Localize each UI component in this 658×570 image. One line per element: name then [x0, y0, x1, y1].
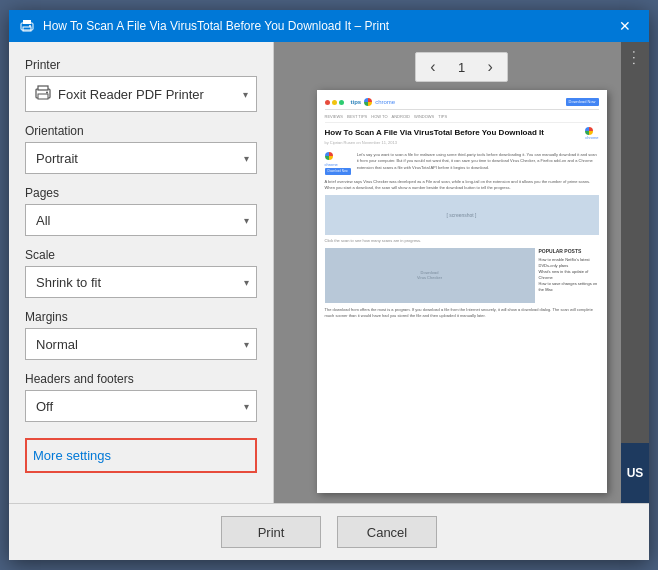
us-text: US	[627, 466, 644, 480]
orientation-dropdown[interactable]: Portrait Landscape ▾	[25, 142, 257, 174]
print-dialog: How To Scan A File Via VirusTotal Before…	[9, 10, 649, 560]
printer-icon	[34, 85, 52, 104]
preview-area: tips chrome Download Now REVIEWSBEST TIP…	[317, 90, 607, 493]
scale-select[interactable]: Default Shrink to fit Custom	[25, 266, 257, 298]
more-settings-link[interactable]: More settings	[25, 438, 257, 473]
margins-label: Margins	[25, 310, 257, 324]
scale-label: Scale	[25, 248, 257, 262]
svg-rect-1	[23, 20, 31, 24]
dialog-body: Printer Foxit Reader PDF Printer ▾	[9, 42, 649, 503]
svg-point-3	[29, 25, 31, 27]
scale-dropdown[interactable]: Default Shrink to fit Custom ▾	[25, 266, 257, 298]
pages-dropdown[interactable]: All Odd pages only Even pages only ▾	[25, 204, 257, 236]
headers-footers-dropdown[interactable]: Off On ▾	[25, 390, 257, 422]
margins-section: Margins Default Normal Minimum None ▾	[25, 310, 257, 360]
bottom-strip-element: US	[621, 443, 649, 503]
prev-page-button[interactable]: ‹	[424, 56, 441, 78]
svg-rect-5	[38, 86, 48, 90]
right-panel: ‹ 1 › tips ch	[274, 42, 649, 503]
headers-footers-select[interactable]: Off On	[25, 390, 257, 422]
page-number: 1	[452, 60, 472, 75]
printer-name: Foxit Reader PDF Printer	[58, 87, 237, 102]
margins-dropdown[interactable]: Default Normal Minimum None ▾	[25, 328, 257, 360]
svg-point-7	[46, 91, 48, 93]
printer-dropdown[interactable]: Foxit Reader PDF Printer ▾	[25, 76, 257, 112]
title-bar: How To Scan A File Via VirusTotal Before…	[9, 10, 649, 42]
pages-section: Pages All Odd pages only Even pages only…	[25, 186, 257, 236]
printer-section: Printer Foxit Reader PDF Printer ▾	[25, 58, 257, 112]
headers-footers-label: Headers and footers	[25, 372, 257, 386]
print-icon	[19, 18, 35, 34]
close-button[interactable]: ✕	[611, 12, 639, 40]
title-text: How To Scan A File Via VirusTotal Before…	[43, 19, 389, 33]
preview-content: tips chrome Download Now REVIEWSBEST TIP…	[317, 90, 607, 493]
pages-label: Pages	[25, 186, 257, 200]
scale-section: Scale Default Shrink to fit Custom ▾	[25, 248, 257, 298]
orientation-select[interactable]: Portrait Landscape	[25, 142, 257, 174]
printer-chevron-icon: ▾	[243, 89, 248, 100]
left-panel: Printer Foxit Reader PDF Printer ▾	[9, 42, 274, 503]
print-button[interactable]: Print	[221, 516, 321, 548]
strip-dots: · · ·	[627, 50, 643, 64]
margins-select[interactable]: Default Normal Minimum None	[25, 328, 257, 360]
footer: Print Cancel	[9, 503, 649, 560]
background-strip: · · · US	[621, 42, 649, 503]
printer-label: Printer	[25, 58, 257, 72]
pages-select[interactable]: All Odd pages only Even pages only	[25, 204, 257, 236]
cancel-button[interactable]: Cancel	[337, 516, 437, 548]
orientation-section: Orientation Portrait Landscape ▾	[25, 124, 257, 174]
next-page-button[interactable]: ›	[482, 56, 499, 78]
preview-navigation: ‹ 1 ›	[415, 52, 508, 82]
svg-rect-6	[38, 94, 48, 99]
headers-footers-section: Headers and footers Off On ▾	[25, 372, 257, 422]
title-bar-left: How To Scan A File Via VirusTotal Before…	[19, 18, 389, 34]
orientation-label: Orientation	[25, 124, 257, 138]
